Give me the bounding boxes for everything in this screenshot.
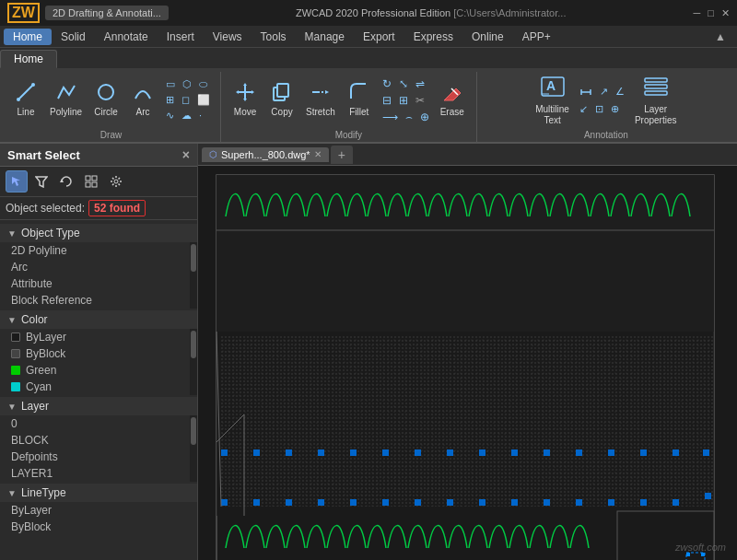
layer-scrollbar[interactable] xyxy=(190,415,197,482)
menu-annotate[interactable]: Annotate xyxy=(95,29,158,45)
drawing-tab-2[interactable]: + xyxy=(331,146,353,164)
ribbon-collapse-button[interactable]: ▲ xyxy=(708,30,733,43)
list-item[interactable]: Arc xyxy=(0,259,190,275)
polygon-button[interactable]: ⬡ xyxy=(180,77,194,91)
erase-button[interactable]: Erase xyxy=(436,80,469,120)
svg-text:A: A xyxy=(546,78,556,93)
menu-export[interactable]: Export xyxy=(354,29,404,45)
menu-insert[interactable]: Insert xyxy=(158,29,204,45)
mirror-button[interactable]: ⇌ xyxy=(413,76,427,91)
ellipse-icon: ⬭ xyxy=(199,78,207,90)
rotate-button[interactable]: ↻ xyxy=(380,76,394,91)
list-item[interactable]: ByBlock xyxy=(0,345,190,362)
dim-linear-button[interactable] xyxy=(577,85,595,99)
join-button[interactable]: ⊕ xyxy=(417,110,432,124)
smart-select-close-button[interactable]: × xyxy=(182,147,190,162)
svg-rect-58 xyxy=(318,499,324,506)
list-item[interactable]: ByBlock xyxy=(0,519,197,535)
dim-aligned-button[interactable]: ↗ xyxy=(597,85,611,99)
menu-manage[interactable]: Manage xyxy=(296,29,354,45)
move-button[interactable]: Move xyxy=(228,80,262,120)
drawing-tab-close[interactable]: ✕ xyxy=(314,149,322,159)
spline-button[interactable]: ∿ xyxy=(163,109,177,122)
main-area: Smart Select × Object selected: 52 found xyxy=(0,144,737,560)
center-mark-button[interactable]: ⊕ xyxy=(608,102,622,116)
menu-home[interactable]: Home xyxy=(4,29,52,45)
region-button[interactable]: ◻ xyxy=(179,93,193,107)
list-item[interactable]: ByLayer xyxy=(0,502,197,519)
list-item[interactable]: Green xyxy=(0,362,190,379)
stretch-button[interactable]: Stretch xyxy=(302,80,339,120)
scale-button[interactable]: ⤡ xyxy=(396,76,411,91)
tolerance-button[interactable]: ⊡ xyxy=(592,102,606,116)
arc-button[interactable]: Arc xyxy=(126,80,159,120)
ss-content[interactable]: ▼ Object Type 2D Polyline Arc Attribute … xyxy=(0,220,197,560)
layer-properties-icon xyxy=(643,74,669,102)
drawing-tab-label: Superh..._800.dwg* xyxy=(221,149,310,160)
extend-button[interactable]: ⟶ xyxy=(380,110,401,124)
ribbon-tab-home[interactable]: Home xyxy=(0,50,57,68)
mode-label[interactable]: 2D Drafting & Annotati... xyxy=(45,6,169,20)
list-item[interactable]: ByLayer xyxy=(0,329,190,345)
window-controls[interactable]: ─ □ ✕ xyxy=(694,7,730,19)
break-icon: ⌢ xyxy=(405,111,413,123)
offset-button[interactable]: ⊟ xyxy=(380,93,394,108)
menu-app[interactable]: APP+ xyxy=(513,29,560,45)
array-button[interactable]: ⊞ xyxy=(396,93,411,108)
list-item[interactable]: Attribute xyxy=(0,275,190,292)
linetype-section-header[interactable]: ▼ LineType xyxy=(0,484,197,502)
hatch-button[interactable]: ⊞ xyxy=(163,93,177,107)
copy-button[interactable]: Copy xyxy=(265,80,298,120)
list-item[interactable]: Block Reference xyxy=(0,292,190,309)
list-item[interactable]: 2D Polyline xyxy=(0,242,190,259)
menu-online[interactable]: Online xyxy=(462,29,513,45)
ss-filter-button[interactable] xyxy=(30,170,53,192)
object-type-scrollbar[interactable] xyxy=(190,242,197,309)
ss-select-button[interactable] xyxy=(6,170,28,192)
menu-express[interactable]: Express xyxy=(404,29,462,45)
polyline-button[interactable]: Polyline xyxy=(46,80,86,120)
line-button[interactable]: Line xyxy=(9,80,42,120)
list-item[interactable]: LAYER1 xyxy=(0,465,190,482)
color-scrollbar[interactable] xyxy=(190,329,197,395)
ss-toolbar xyxy=(0,167,197,197)
list-item[interactable]: BLOCK xyxy=(0,432,190,449)
drawing-canvas[interactable]: zwsoft.com xyxy=(198,166,737,560)
svg-rect-20 xyxy=(645,85,667,88)
annotation-tools: A MultilineText ↗ ∠ ↙ xyxy=(532,72,680,128)
fillet-icon xyxy=(349,82,369,105)
menu-tools[interactable]: Tools xyxy=(252,29,296,45)
layer-properties-button[interactable]: LayerProperties xyxy=(631,72,681,128)
minimize-button[interactable]: ─ xyxy=(694,7,701,19)
leader-button[interactable]: ↙ xyxy=(577,102,591,116)
drawing-tab-model[interactable]: ⬡ Superh..._800.dwg* ✕ xyxy=(202,147,329,162)
break-button[interactable]: ⌢ xyxy=(403,110,415,124)
color-section-header[interactable]: ▼ Color xyxy=(0,310,197,329)
circle-button[interactable]: Circle xyxy=(89,80,123,120)
ss-grid-button[interactable] xyxy=(80,170,102,192)
close-button[interactable]: ✕ xyxy=(721,7,730,19)
layer-list-wrap: 0 BLOCK Defpoints LAYER1 xyxy=(0,415,197,482)
ss-settings-button[interactable] xyxy=(105,170,127,192)
point-button[interactable]: · xyxy=(196,109,205,122)
mode-selector[interactable]: 2D Drafting & Annotati... xyxy=(45,6,169,20)
list-item[interactable]: Cyan xyxy=(0,379,190,395)
svg-rect-71 xyxy=(221,511,617,560)
fillet-button[interactable]: Fillet xyxy=(343,80,376,120)
menu-solid[interactable]: Solid xyxy=(52,29,95,45)
ellipse-button[interactable]: ⬭ xyxy=(196,77,210,91)
svg-rect-51 xyxy=(608,449,614,456)
list-item[interactable]: 0 xyxy=(0,415,190,432)
layer-section-header[interactable]: ▼ Layer xyxy=(0,397,197,415)
ss-refresh-button[interactable] xyxy=(55,170,77,192)
menu-views[interactable]: Views xyxy=(204,29,252,45)
list-item[interactable]: Defpoints xyxy=(0,449,190,465)
multiline-text-button[interactable]: A MultilineText xyxy=(532,72,573,128)
dim-angular-button[interactable]: ∠ xyxy=(613,85,627,99)
maximize-button[interactable]: □ xyxy=(708,7,714,19)
wipeout-button[interactable]: ⬜ xyxy=(194,93,213,107)
cloud-button[interactable]: ☁ xyxy=(179,109,194,122)
object-type-header[interactable]: ▼ Object Type xyxy=(0,224,197,242)
trim-button[interactable]: ✂ xyxy=(413,93,427,108)
rectangle-button[interactable]: ▭ xyxy=(163,77,178,91)
